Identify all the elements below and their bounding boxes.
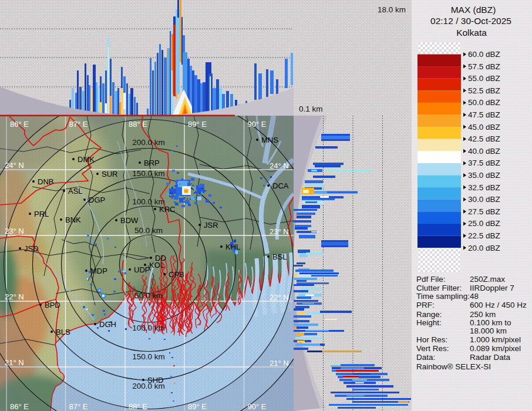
svg-text:Kolkata: Kolkata [456,28,487,38]
svg-text:90° E: 90° E [248,402,267,411]
svg-text:Data:: Data: [416,353,435,362]
svg-text:KRC: KRC [159,205,175,214]
svg-text:45.0 dBZ: 45.0 dBZ [468,123,500,132]
svg-text:Clutter Filter:: Clutter Filter: [416,284,462,292]
svg-text:1.000 km/pixel: 1.000 km/pixel [470,335,521,344]
svg-text:MAX (dBZ): MAX (dBZ) [451,5,496,15]
svg-text:25.0 dBZ: 25.0 dBZ [468,219,500,228]
svg-text:23° N: 23° N [270,227,289,236]
svg-text:87° E: 87° E [69,120,88,129]
svg-text:52.5 dBZ: 52.5 dBZ [468,86,500,95]
svg-text:KOL: KOL [149,261,164,269]
svg-text:60.0 dBZ: 60.0 dBZ [468,50,500,59]
svg-text:24° N: 24° N [270,161,289,170]
svg-text:250Z.max: 250Z.max [470,275,505,284]
svg-text:100.0 km: 100.0 km [132,324,165,332]
svg-text:MDP: MDP [90,267,107,275]
svg-text:50.0 km: 50.0 km [134,226,163,235]
svg-text:Hor Res:: Hor Res: [416,335,447,344]
svg-text:32.5 dBZ: 32.5 dBZ [468,183,500,192]
svg-text:Rainbow® SELEX-SI: Rainbow® SELEX-SI [416,362,491,371]
svg-text:55.0 dBZ: 55.0 dBZ [468,74,500,83]
svg-text:88° E: 88° E [129,402,147,411]
svg-text:150.0 km: 150.0 km [132,352,165,361]
svg-text:89° E: 89° E [188,120,207,129]
svg-text:18.0 km: 18.0 km [378,5,406,14]
svg-text:250 km: 250 km [470,310,496,319]
svg-text:UDP: UDP [134,265,150,274]
svg-text:JSR: JSR [204,221,218,230]
svg-text:PRF:: PRF: [416,301,435,309]
svg-text:Vert Res:: Vert Res: [416,344,449,353]
svg-text:PRL: PRL [34,210,49,218]
svg-text:30.0 dBZ: 30.0 dBZ [468,195,500,204]
svg-text:DGP: DGP [89,196,105,204]
svg-text:BNK: BNK [65,215,81,224]
svg-text:Time sampling:48: Time sampling:48 [416,292,479,301]
svg-text:IIRDoppler 7: IIRDoppler 7 [470,284,514,292]
svg-text:89° E: 89° E [188,402,207,411]
svg-text:Radar Data: Radar Data [470,353,511,362]
svg-text:Pdf File:: Pdf File: [416,275,446,284]
svg-text:ASL: ASL [68,187,83,196]
svg-text:02:12 / 30-Oct-2025: 02:12 / 30-Oct-2025 [430,16,511,26]
svg-text:KHL: KHL [225,242,240,251]
svg-text:0.1 km: 0.1 km [299,105,323,113]
svg-text:JSD: JSD [24,244,39,253]
svg-text:SHD: SHD [147,376,163,385]
svg-text:57.5 dBZ: 57.5 dBZ [468,62,500,71]
svg-text:22° N: 22° N [270,293,289,302]
svg-text:20.0 dBZ: 20.0 dBZ [468,244,500,252]
svg-text:18.000 km: 18.000 km [470,326,507,335]
svg-text:DMK: DMK [78,155,95,164]
svg-text:47.5 dBZ: 47.5 dBZ [468,110,500,119]
svg-text:50.0 dBZ: 50.0 dBZ [468,98,500,107]
svg-text:SUR: SUR [102,170,117,178]
svg-text:Height:: Height: [416,318,442,327]
svg-text:23° N: 23° N [5,227,24,235]
svg-text:0.100 km to: 0.100 km to [470,318,511,327]
svg-text:90° E: 90° E [248,120,267,129]
svg-text:600 Hz / 450 Hz: 600 Hz / 450 Hz [470,301,527,309]
svg-text:BSL: BSL [272,252,287,261]
svg-text:DGH: DGH [99,320,116,329]
svg-text:24° N: 24° N [5,161,24,170]
svg-text:DCA: DCA [272,181,289,190]
svg-text:35.0 dBZ: 35.0 dBZ [468,171,500,180]
svg-text:150.0 km: 150.0 km [132,169,165,178]
svg-text:22° N: 22° N [5,292,24,301]
svg-text:27.5 dBZ: 27.5 dBZ [468,207,500,216]
svg-text:BDW: BDW [120,216,139,225]
svg-text:86° E: 86° E [10,402,29,411]
svg-text:DNB: DNB [38,177,53,186]
svg-text:42.5 dBZ: 42.5 dBZ [468,134,500,143]
svg-text:88° E: 88° E [129,120,147,129]
svg-text:0.089 km/pixel: 0.089 km/pixel [470,344,521,353]
svg-text:40.0 dBZ: 40.0 dBZ [468,147,500,156]
svg-text:BLS: BLS [56,328,70,336]
svg-text:BRP: BRP [144,159,160,167]
svg-text:21° N: 21° N [5,358,24,367]
svg-text:CPB: CPB [169,270,184,279]
svg-text:22.5 dBZ: 22.5 dBZ [468,231,500,240]
svg-text:87° E: 87° E [69,402,88,411]
svg-text:21° N: 21° N [270,359,289,368]
svg-text:86° E: 86° E [10,120,29,129]
svg-text:200.0 km: 200.0 km [132,138,165,147]
svg-text:37.5 dBZ: 37.5 dBZ [468,159,500,167]
svg-text:50.0 km: 50.0 km [134,291,163,300]
svg-text:Range:: Range: [416,310,442,319]
svg-text:BPD: BPD [45,301,60,309]
svg-text:MNS: MNS [261,136,278,144]
